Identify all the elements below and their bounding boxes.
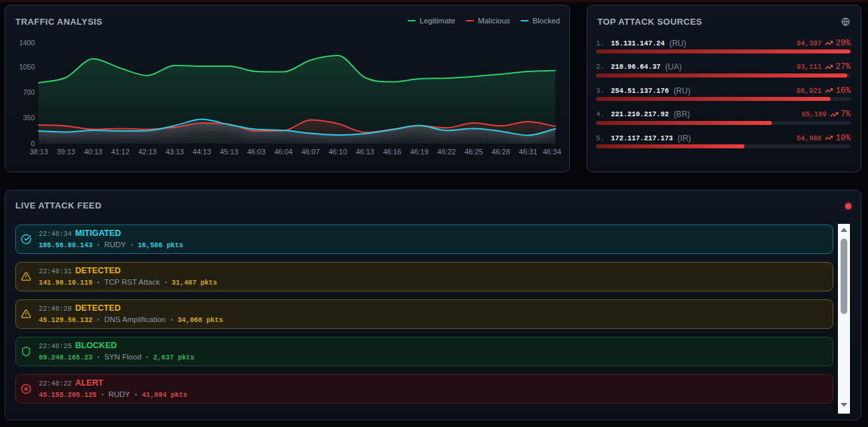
svg-text:40:13: 40:13	[84, 148, 103, 156]
svg-text:46:34: 46:34	[543, 148, 561, 156]
svg-text:46:16: 46:16	[383, 148, 402, 156]
svg-text:41:12: 41:12	[111, 148, 130, 156]
svg-text:46:10: 46:10	[329, 148, 347, 156]
svg-text:700: 700	[23, 88, 35, 96]
svg-text:350: 350	[23, 114, 35, 122]
svg-text:1400: 1400	[19, 39, 35, 47]
svg-text:46:03: 46:03	[247, 148, 266, 156]
svg-text:0: 0	[31, 140, 35, 148]
svg-text:46:04: 46:04	[274, 148, 293, 156]
svg-text:46:25: 46:25	[464, 148, 483, 156]
svg-text:43:13: 43:13	[166, 148, 184, 156]
svg-text:46:19: 46:19	[410, 148, 429, 156]
svg-text:42:13: 42:13	[138, 148, 157, 156]
svg-text:46:28: 46:28	[492, 148, 511, 156]
svg-text:46:22: 46:22	[438, 148, 456, 156]
svg-text:38:13: 38:13	[29, 148, 48, 156]
svg-text:1050: 1050	[19, 63, 35, 71]
svg-text:46:07: 46:07	[301, 148, 320, 156]
svg-text:44:13: 44:13	[192, 148, 211, 156]
svg-text:45:13: 45:13	[220, 148, 239, 156]
svg-text:46:13: 46:13	[355, 148, 374, 156]
svg-text:39:13: 39:13	[57, 148, 76, 156]
svg-text:46:31: 46:31	[519, 148, 538, 156]
